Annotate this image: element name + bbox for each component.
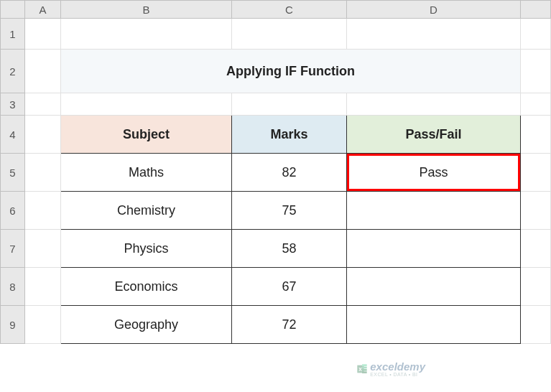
row-2: 2 Applying IF Function xyxy=(1,50,551,93)
col-header-A[interactable]: A xyxy=(25,1,61,19)
cell-C1[interactable] xyxy=(232,19,347,50)
cell-E6[interactable] xyxy=(521,192,551,230)
page-title[interactable]: Applying IF Function xyxy=(61,50,521,93)
watermark: X exceldemy EXCEL • DATA • BI xyxy=(356,361,425,377)
cell-marks[interactable]: 82 xyxy=(232,154,347,192)
cell-A3[interactable] xyxy=(25,93,61,116)
col-header-extra[interactable] xyxy=(521,1,551,19)
cell-marks[interactable]: 72 xyxy=(232,306,347,344)
cell-C3[interactable] xyxy=(232,93,347,116)
row-5: 5 Maths 82 Pass xyxy=(1,154,551,192)
svg-rect-1 xyxy=(362,364,367,366)
row-header-7[interactable]: 7 xyxy=(1,230,25,268)
cell-E2[interactable] xyxy=(521,50,551,93)
cell-A6[interactable] xyxy=(25,192,61,230)
cell-marks[interactable]: 67 xyxy=(232,268,347,306)
svg-text:X: X xyxy=(359,367,363,372)
col-header-B[interactable]: B xyxy=(61,1,232,19)
cell-result[interactable] xyxy=(347,306,521,344)
row-7: 7 Physics 58 xyxy=(1,230,551,268)
cell-result[interactable] xyxy=(347,230,521,268)
cell-D1[interactable] xyxy=(347,19,521,50)
select-all-corner[interactable] xyxy=(1,1,25,19)
cell-marks[interactable]: 75 xyxy=(232,192,347,230)
watermark-main: exceldemy xyxy=(370,361,425,372)
row-header-8[interactable]: 8 xyxy=(1,268,25,306)
row-header-1[interactable]: 1 xyxy=(1,19,25,50)
cell-subject[interactable]: Physics xyxy=(61,230,232,268)
svg-rect-3 xyxy=(362,369,367,371)
row-1: 1 xyxy=(1,19,551,50)
header-subject[interactable]: Subject xyxy=(61,116,232,154)
cell-B1[interactable] xyxy=(61,19,232,50)
cell-subject[interactable]: Geography xyxy=(61,306,232,344)
row-6: 6 Chemistry 75 xyxy=(1,192,551,230)
svg-rect-4 xyxy=(362,371,367,373)
row-header-6[interactable]: 6 xyxy=(1,192,25,230)
cell-E1[interactable] xyxy=(521,19,551,50)
cell-B3[interactable] xyxy=(61,93,232,116)
cell-subject[interactable]: Maths xyxy=(61,154,232,192)
cell-A9[interactable] xyxy=(25,306,61,344)
col-header-D[interactable]: D xyxy=(347,1,521,19)
row-3: 3 xyxy=(1,93,551,116)
row-9: 9 Geography 72 xyxy=(1,306,551,344)
svg-rect-2 xyxy=(362,367,367,369)
cell-A1[interactable] xyxy=(25,19,61,50)
header-passfail[interactable]: Pass/Fail xyxy=(347,116,521,154)
excel-icon: X xyxy=(356,363,368,375)
spreadsheet-grid: A B C D 1 2 Applying IF Function 3 4 Sub… xyxy=(0,0,551,344)
watermark-sub: EXCEL • DATA • BI xyxy=(370,372,425,377)
row-header-2[interactable]: 2 xyxy=(1,50,25,93)
cell-E3[interactable] xyxy=(521,93,551,116)
cell-result[interactable] xyxy=(347,268,521,306)
cell-E8[interactable] xyxy=(521,268,551,306)
cell-A5[interactable] xyxy=(25,154,61,192)
cell-E4[interactable] xyxy=(521,116,551,154)
cell-E5[interactable] xyxy=(521,154,551,192)
row-4: 4 Subject Marks Pass/Fail xyxy=(1,116,551,154)
row-8: 8 Economics 67 xyxy=(1,268,551,306)
col-header-C[interactable]: C xyxy=(232,1,347,19)
cell-A7[interactable] xyxy=(25,230,61,268)
cell-E9[interactable] xyxy=(521,306,551,344)
cell-D3[interactable] xyxy=(347,93,521,116)
column-header-row: A B C D xyxy=(1,1,551,19)
cell-E7[interactable] xyxy=(521,230,551,268)
cell-result-highlighted[interactable]: Pass xyxy=(347,154,521,192)
cell-A4[interactable] xyxy=(25,116,61,154)
cell-subject[interactable]: Economics xyxy=(61,268,232,306)
row-header-4[interactable]: 4 xyxy=(1,116,25,154)
cell-subject[interactable]: Chemistry xyxy=(61,192,232,230)
row-header-9[interactable]: 9 xyxy=(1,306,25,344)
header-marks[interactable]: Marks xyxy=(232,116,347,154)
cell-A8[interactable] xyxy=(25,268,61,306)
row-header-3[interactable]: 3 xyxy=(1,93,25,116)
row-header-5[interactable]: 5 xyxy=(1,154,25,192)
cell-marks[interactable]: 58 xyxy=(232,230,347,268)
cell-result[interactable] xyxy=(347,192,521,230)
cell-A2[interactable] xyxy=(25,50,61,93)
